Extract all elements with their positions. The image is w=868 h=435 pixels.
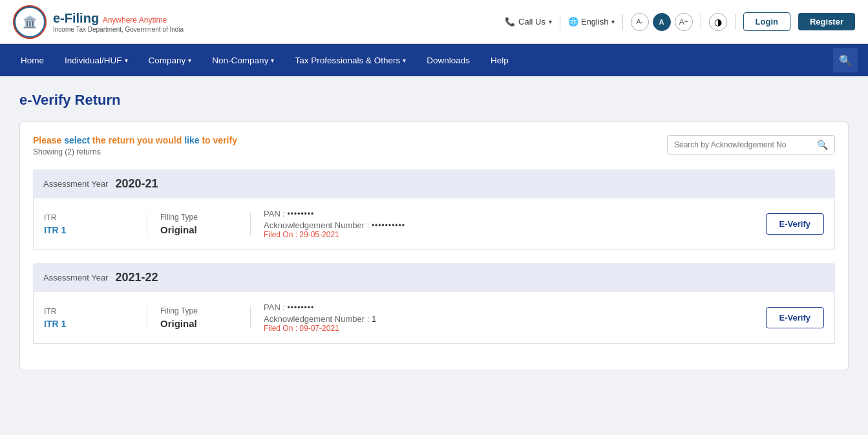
divider [560, 14, 560, 30]
call-us-button[interactable]: 📞 Call Us ▾ [505, 17, 552, 27]
logo-text: e-Filing Anywhere Anytime Income Tax Dep… [53, 11, 184, 33]
table-row: ITR ITR 1 Filing Type Original PAN : •••… [33, 198, 835, 250]
nav-individual[interactable]: Individual/HUF ▾ [54, 44, 138, 76]
chevron-down-icon: ▾ [188, 57, 191, 64]
assessment-year-2021-22: 2021-22 [112, 271, 158, 284]
nav-downloads[interactable]: Downloads [416, 44, 480, 76]
filed-on: Filed On : 09-07-2021 [264, 324, 734, 333]
col-pan: PAN : •••••••• Acknowledgement Number : … [251, 302, 746, 333]
font-normal-button[interactable]: A [653, 13, 671, 31]
col-pan: PAN : •••••••• Acknowledgement Number : … [251, 209, 746, 239]
nav-company-label: Company [149, 56, 186, 65]
nav-tax-professionals[interactable]: Tax Professionals & Others ▾ [284, 44, 416, 76]
filing-type-value: Original [160, 224, 237, 235]
nav-company[interactable]: Company ▾ [138, 44, 202, 76]
nav-help-label: Help [491, 56, 509, 65]
search-input[interactable] [674, 140, 817, 149]
e-verify-button-2[interactable]: E-Verify [766, 307, 824, 328]
pan-value: •••••••• [288, 303, 315, 312]
search-icon: 🔍 [817, 140, 828, 150]
assessment-year-2020-21: 2020-21 [112, 177, 158, 191]
itr-value[interactable]: ITR 1 [44, 225, 136, 235]
filing-type-label: Filing Type [160, 213, 237, 222]
dept-name: Income Tax Department, Government of Ind… [53, 26, 184, 33]
nav-home[interactable]: Home [10, 44, 54, 76]
assessment-section-2021-22: Assessment Year 2021-22 ITR ITR 1 Filing… [33, 263, 835, 344]
itr-label: ITR [44, 213, 136, 222]
contrast-button[interactable]: ◑ [709, 13, 727, 31]
card-header: Please select the return you would like … [33, 135, 835, 156]
assessment-label: Assessment Year [43, 179, 108, 189]
pan-value: •••••••• [288, 209, 315, 218]
card-title: Please select the return you would like … [33, 135, 237, 145]
divider [622, 14, 623, 30]
ack-value: 1 [372, 314, 376, 324]
language-selector[interactable]: 🌐 English ▾ [568, 17, 615, 27]
col-itr: ITR ITR 1 [44, 213, 147, 235]
chevron-down-icon: ▾ [611, 18, 615, 25]
col-itr: ITR ITR 1 [44, 307, 147, 329]
chevron-down-icon: ▾ [271, 57, 274, 64]
divider [701, 14, 701, 30]
register-button[interactable]: Register [798, 13, 855, 30]
filing-type-label: Filing Type [160, 306, 237, 315]
assessment-section-2020-21: Assessment Year 2020-21 ITR ITR 1 Filing… [33, 169, 835, 250]
main-content: e-Verify Return Please select the return… [0, 76, 868, 386]
col-action: E-Verify [746, 307, 824, 328]
chevron-down-icon: ▾ [549, 18, 552, 25]
nav-non-company-label: Non-Company [212, 56, 268, 65]
ack-number: Acknowledgement Number : 1 [264, 314, 734, 324]
nav-search-button[interactable]: 🔍 [833, 48, 858, 72]
divider [735, 14, 736, 30]
assessment-label: Assessment Year [43, 273, 108, 282]
nav-help[interactable]: Help [480, 44, 519, 76]
navbar: Home Individual/HUF ▾ Company ▾ Non-Comp… [0, 44, 868, 76]
verify-card: Please select the return you would like … [19, 122, 849, 370]
chevron-down-icon: ▾ [403, 57, 406, 64]
header-right: 📞 Call Us ▾ 🌐 English ▾ A- A A+ ◑ Login … [505, 12, 855, 31]
search-box[interactable]: 🔍 [667, 135, 835, 154]
ack-number: Acknowledgement Number : •••••••••• [264, 220, 734, 230]
col-filing: Filing Type Original [147, 306, 251, 329]
col-filing: Filing Type Original [147, 213, 251, 235]
nav-home-label: Home [21, 56, 44, 65]
search-icon: 🔍 [839, 54, 852, 67]
phone-icon: 📞 [505, 17, 515, 27]
col-action: E-Verify [746, 213, 824, 235]
filed-on: Filed On : 29-05-2021 [264, 230, 734, 239]
itr-label: ITR [44, 307, 136, 316]
ack-value: •••••••••• [372, 221, 405, 230]
e-verify-button-1[interactable]: E-Verify [766, 213, 824, 235]
header: 🏛️ e-Filing Anywhere Anytime Income Tax … [0, 0, 868, 44]
nav-individual-label: Individual/HUF [65, 56, 122, 65]
assessment-header-2021-22: Assessment Year 2021-22 [33, 263, 835, 292]
nav-downloads-label: Downloads [427, 56, 470, 65]
filing-type-value: Original [160, 318, 237, 329]
chevron-down-icon: ▾ [125, 57, 128, 64]
logo-emblem: 🏛️ [13, 5, 47, 39]
login-button[interactable]: Login [743, 12, 790, 31]
font-controls: A- A A+ [631, 13, 693, 31]
card-header-text: Please select the return you would like … [33, 135, 237, 156]
logo-area: 🏛️ e-Filing Anywhere Anytime Income Tax … [13, 5, 184, 39]
nav-tax-professionals-label: Tax Professionals & Others [295, 56, 400, 65]
font-decrease-button[interactable]: A- [631, 13, 649, 31]
page-title: e-Verify Return [19, 92, 849, 109]
assessment-header-2020-21: Assessment Year 2020-21 [33, 169, 835, 198]
pan-line: PAN : •••••••• [264, 209, 734, 218]
showing-returns: Showing (2) returns [33, 147, 237, 156]
brand-name: e-Filing Anywhere Anytime [53, 11, 167, 25]
globe-icon: 🌐 [568, 17, 578, 27]
font-increase-button[interactable]: A+ [675, 13, 693, 31]
pan-line: PAN : •••••••• [264, 302, 734, 312]
itr-value[interactable]: ITR 1 [44, 319, 136, 329]
table-row: ITR ITR 1 Filing Type Original PAN : •••… [33, 292, 835, 344]
nav-non-company[interactable]: Non-Company ▾ [202, 44, 284, 76]
